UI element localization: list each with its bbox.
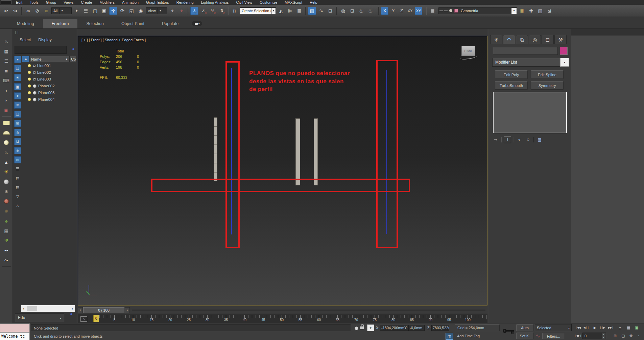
track-bar[interactable]: 05 1015 2025 3035 4045 5055 6065 7075 80…: [78, 314, 487, 323]
axis-plane-snap-button[interactable]: XY: [415, 7, 422, 15]
select-rotate-icon[interactable]: [118, 7, 126, 15]
tab-utilities-icon[interactable]: [554, 35, 567, 44]
layer-manager-icon[interactable]: [295, 7, 303, 15]
redo-icon[interactable]: [11, 7, 19, 15]
modifier-list-chevron-icon[interactable]: [560, 58, 569, 67]
column-header-color[interactable]: Co: [70, 56, 76, 62]
auto-key-button[interactable]: Auto: [516, 324, 533, 331]
remove-modifier-icon[interactable]: [525, 137, 531, 143]
explorer-page2-icon[interactable]: [14, 184, 21, 191]
explorer-row-line003[interactable]: Line003: [22, 76, 76, 83]
scroll-left-icon[interactable]: ‹: [21, 307, 26, 311]
menu-help[interactable]: Help: [306, 0, 321, 5]
toggle-scene-explorer-icon[interactable]: [308, 7, 316, 15]
menu-maxscript[interactable]: MAXScript: [281, 0, 306, 5]
key-step-icon[interactable]: [574, 333, 581, 339]
reference-coordsys-dropdown[interactable]: View: [146, 7, 167, 14]
render-production-icon[interactable]: [357, 7, 365, 15]
cone-primitive-icon[interactable]: [2, 158, 10, 166]
tab-hierarchy-icon[interactable]: [516, 35, 528, 44]
percent-snap-icon[interactable]: [209, 7, 217, 15]
set-keys-icon[interactable]: [503, 327, 516, 336]
add-to-layer-icon[interactable]: [527, 7, 535, 15]
hair-fur-icon[interactable]: HF: [2, 247, 10, 254]
modifier-stack[interactable]: [493, 92, 567, 133]
pin-stack-icon[interactable]: [492, 137, 499, 143]
orbit-icon[interactable]: [635, 333, 642, 339]
window-crossing-icon[interactable]: [100, 7, 108, 15]
key-filters-button[interactable]: Filters...: [542, 333, 565, 339]
listener-panel-icon[interactable]: [2, 57, 10, 65]
explorer-row-line002[interactable]: Line002: [22, 69, 76, 76]
show-cameras-icon[interactable]: [14, 83, 21, 90]
scrollbar-thumb[interactable]: [27, 306, 37, 311]
maxscript-listener-output[interactable]: Welcome tc: [0, 332, 30, 340]
visibility-bulb-icon[interactable]: [28, 84, 31, 88]
explorer-row-plane002[interactable]: Plane002: [22, 83, 76, 89]
time-slider-track[interactable]: [132, 310, 485, 311]
menu-group[interactable]: Group: [42, 0, 60, 5]
schematic-view-icon[interactable]: [326, 7, 334, 15]
show-end-result-icon[interactable]: [504, 136, 511, 143]
unlink-icon[interactable]: [33, 7, 41, 15]
show-spacewarps-icon[interactable]: [14, 101, 21, 109]
plane-bar[interactable]: [295, 118, 300, 185]
video-camera-icon[interactable]: [2, 106, 10, 114]
previous-frame-icon[interactable]: [582, 324, 590, 331]
select-manipulate-icon[interactable]: [177, 7, 186, 15]
front-viewport[interactable]: [ + ] [ Front ] [ Shaded + Edged Faces ]…: [78, 36, 487, 305]
keyboard-panel-icon[interactable]: [2, 77, 10, 84]
visibility-bulb-icon[interactable]: [28, 91, 31, 94]
column-header-name[interactable]: Name▲: [30, 56, 70, 62]
maxscript-listener-input[interactable]: [0, 323, 30, 332]
explorer-page-icon[interactable]: [14, 175, 21, 182]
tab-display-icon[interactable]: [542, 35, 554, 44]
timeline-playhead[interactable]: 0: [93, 315, 99, 322]
explorer-search-input[interactable]: [15, 46, 67, 54]
ribbon-tab-object-paint[interactable]: Object Paint: [113, 19, 153, 28]
rectangular-selection-icon[interactable]: [91, 7, 99, 15]
angle-snap-icon[interactable]: [199, 7, 208, 15]
make-unique-icon[interactable]: [516, 137, 523, 143]
render-shortcut-icon[interactable]: [2, 38, 10, 45]
explorer-menu-display[interactable]: Display: [38, 38, 51, 42]
menu-graph-editors[interactable]: Graph Editors: [142, 0, 173, 5]
teapot-primitive-icon[interactable]: [2, 149, 10, 156]
render-iterative-icon[interactable]: [366, 7, 375, 15]
sunlight-icon[interactable]: [2, 168, 10, 176]
menu-edit[interactable]: Edit: [12, 0, 26, 5]
explorer-expand-icon[interactable]: »: [72, 47, 74, 51]
explorer-hscrollbar[interactable]: ‹ ›: [21, 305, 75, 312]
select-scale-icon[interactable]: [127, 7, 136, 15]
show-frozen-icon[interactable]: [14, 147, 21, 154]
create-new-layer-icon[interactable]: [518, 7, 526, 15]
dome-light-icon[interactable]: [2, 96, 10, 104]
beetle-icon[interactable]: [2, 207, 10, 215]
column-icon-toggle[interactable]: [22, 56, 30, 62]
menu-tools[interactable]: Tools: [26, 0, 42, 5]
explorer-list-view-icon[interactable]: [14, 165, 21, 173]
selection-filter-dropdown[interactable]: All: [51, 7, 72, 14]
configure-modifier-sets-icon[interactable]: [536, 137, 543, 143]
show-lights-icon[interactable]: [14, 74, 21, 81]
frame-back-button[interactable]: ‹: [78, 307, 83, 313]
ribbon-tab-modeling[interactable]: Modeling: [8, 19, 43, 28]
next-frame-icon[interactable]: [598, 324, 606, 331]
building-icon[interactable]: [2, 227, 10, 234]
visibility-bulb-icon[interactable]: [28, 64, 31, 67]
visibility-bulb-icon[interactable]: [28, 98, 31, 101]
explorer-row-plane004[interactable]: Plane004: [22, 96, 76, 103]
glow-sphere-icon[interactable]: [2, 139, 10, 146]
ribbon-tab-populate[interactable]: Populate: [153, 19, 187, 28]
frame-forward-button[interactable]: ›: [125, 307, 130, 313]
edit-spline-button[interactable]: Edit Spline: [531, 70, 564, 79]
viewport-label[interactable]: [ + ] [ Front ] [ Shaded + Edged Faces ]: [81, 38, 146, 42]
undo-icon[interactable]: [2, 7, 10, 15]
axis-xy-button[interactable]: XY: [406, 7, 414, 15]
snowflake-icon[interactable]: [2, 188, 10, 195]
grass-icon[interactable]: [2, 237, 10, 244]
pan-hand-icon[interactable]: [627, 333, 635, 339]
mirror-icon[interactable]: [277, 7, 285, 15]
named-selection-dropdown[interactable]: Create Selection Se: [240, 7, 276, 14]
dome-primitive-icon[interactable]: [2, 129, 10, 136]
